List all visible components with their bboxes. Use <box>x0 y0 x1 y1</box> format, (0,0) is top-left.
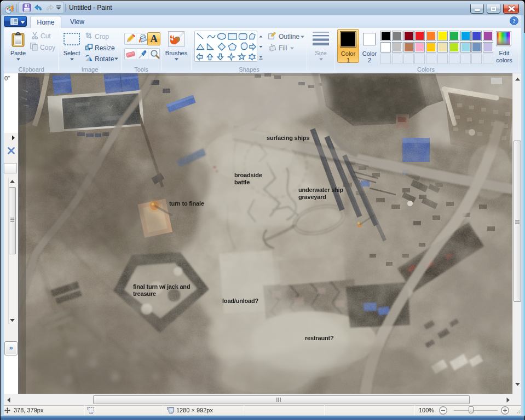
svg-text:?: ? <box>512 18 516 24</box>
